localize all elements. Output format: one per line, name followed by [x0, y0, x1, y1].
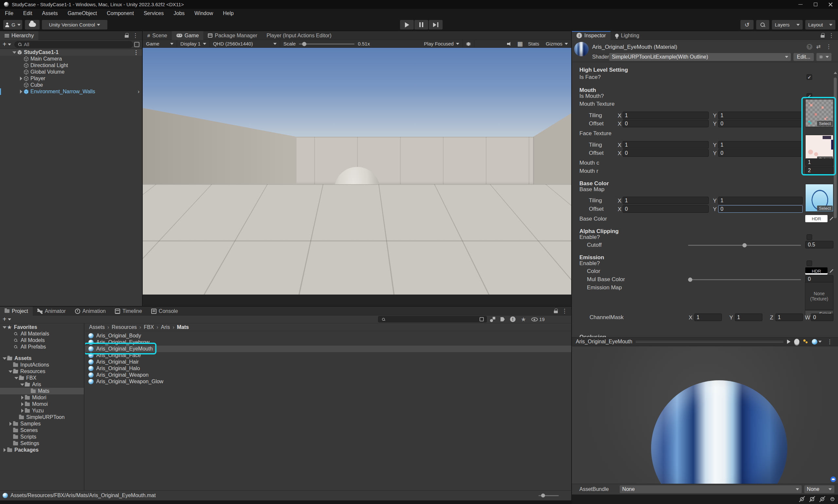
lock-icon[interactable] — [821, 33, 824, 38]
visibility-toggle[interactable]: 19 — [531, 317, 545, 322]
base-color-swatch[interactable]: HDR — [805, 215, 827, 222]
project-search-input[interactable] — [387, 317, 478, 322]
kebab-menu-icon[interactable]: ⋮ — [826, 32, 836, 39]
tab-player-input-actions-editor-[interactable]: Player (Input Actions Editor) — [262, 31, 336, 40]
expand-arrow-icon[interactable] — [20, 90, 22, 94]
filter-by-label-icon[interactable] — [500, 317, 505, 321]
breadcrumb-aris[interactable]: Aris — [161, 324, 170, 330]
burst-disabled-icon[interactable] — [809, 496, 816, 502]
menu-component[interactable]: Component — [102, 9, 139, 18]
preview-sphere-dropdown[interactable] — [812, 339, 822, 345]
tree-item-resources[interactable]: Resources — [0, 368, 84, 375]
expand-arrow-icon[interactable] — [4, 448, 6, 452]
kebab-menu-icon[interactable]: ⋮ — [131, 49, 141, 56]
base-map-select-button[interactable]: Select — [817, 205, 833, 211]
tree-item-samples[interactable]: Samples — [0, 420, 84, 427]
face-offset-x[interactable] — [623, 149, 709, 157]
is-mouth-checkbox[interactable]: ✓ — [806, 93, 812, 99]
display-dropdown[interactable]: Display 1 — [177, 40, 210, 48]
scene-picker-icon[interactable] — [134, 42, 140, 47]
shader-edit-button[interactable]: Edit... — [794, 53, 814, 61]
tab-package-manager[interactable]: Package Manager — [203, 31, 262, 40]
asset-variant-dropdown[interactable]: None — [804, 485, 834, 493]
emission-map-thumbnail[interactable]: None (Texture) — [805, 282, 834, 310]
expand-arrow-icon[interactable] — [21, 402, 23, 406]
search-button[interactable] — [756, 20, 769, 30]
shader-options-dropdown[interactable] — [816, 53, 832, 61]
cutoff-slider[interactable] — [688, 241, 801, 249]
tree-item-all-prefabs[interactable]: All Prefabs — [0, 344, 84, 350]
menu-edit[interactable]: Edit — [18, 9, 37, 18]
tab-game[interactable]: Game — [172, 31, 203, 40]
lock-icon[interactable] — [125, 33, 129, 38]
breadcrumb-assets[interactable]: Assets — [89, 324, 105, 330]
alert-filter-icon[interactable]: ! — [510, 317, 516, 322]
file-aris-original-face[interactable]: Aris_Original_Face — [85, 352, 571, 359]
hierarchy-scene-row[interactable]: StudyCase1-1 ⋮ — [0, 49, 142, 56]
file-aris-original-body[interactable]: Aris_Original_Body — [85, 332, 571, 339]
breadcrumb-fbx[interactable]: FBX — [144, 324, 154, 330]
tree-item-assets[interactable]: Assets — [0, 355, 84, 362]
hierarchy-item-cube[interactable]: Cube — [0, 82, 142, 88]
tab-hierarchy[interactable]: Hierarchy — [0, 31, 38, 40]
tree-item-scripts[interactable]: Scripts — [0, 434, 84, 440]
material-preview-area[interactable] — [572, 346, 838, 484]
channel-mask-y[interactable] — [735, 313, 762, 321]
scroll-up-icon[interactable] — [834, 72, 837, 74]
expand-arrow-icon[interactable] — [21, 396, 23, 400]
collapse-arrow-icon[interactable] — [20, 383, 24, 386]
emission-color-swatch[interactable]: HDR — [805, 267, 827, 274]
chevron-down-icon[interactable] — [8, 43, 11, 46]
hierarchy-item-main-camera[interactable]: Main Camera — [0, 56, 142, 62]
mouth-offset-y[interactable] — [718, 120, 803, 127]
channel-mask-w[interactable] — [811, 313, 834, 321]
preview-lighting-icon[interactable] — [803, 339, 808, 345]
menu-services[interactable]: Services — [139, 9, 168, 18]
alpha-enable-checkbox[interactable] — [806, 234, 812, 240]
tab-animator[interactable]: Animator — [33, 307, 70, 316]
tree-item-midori[interactable]: Midori — [0, 394, 84, 401]
vsync-grid-icon[interactable]: ▦ — [515, 40, 525, 48]
chevron-down-icon[interactable] — [8, 319, 11, 320]
breadcrumb-resources[interactable]: Resources — [112, 324, 137, 330]
expand-arrow-icon[interactable] — [10, 422, 12, 426]
undo-history-button[interactable]: ↺ — [741, 20, 753, 30]
hierarchy-item-environment-narrow-walls[interactable]: Environment_Narrow_Walls› — [0, 88, 142, 95]
preview-header[interactable]: Aris_Original_EyeMouth ⋮ — [572, 337, 838, 346]
chevron-right-icon[interactable]: › — [138, 89, 140, 94]
face-tiling-y[interactable] — [718, 141, 803, 148]
base-offset-y[interactable] — [718, 205, 803, 213]
tree-item-aris[interactable]: Aris — [0, 381, 84, 388]
file-aris-original-weapon[interactable]: Aris_Original_Weapon — [85, 372, 571, 378]
layers-dropdown[interactable]: Layers — [772, 20, 803, 30]
collapse-arrow-icon[interactable] — [14, 377, 18, 379]
expand-arrow-icon[interactable] — [21, 409, 23, 413]
mouth-offset-x[interactable] — [623, 120, 709, 127]
mouth-r-field[interactable]: 2 — [805, 166, 834, 174]
collapse-arrow-icon[interactable] — [13, 51, 16, 54]
account-button[interactable]: G — [3, 20, 22, 30]
help-icon[interactable]: ? — [806, 44, 813, 50]
shader-dropdown[interactable]: SimpleURPToonLitExample(With Outline) — [609, 53, 791, 61]
tab-timeline[interactable]: Timeline — [110, 307, 147, 316]
expand-arrow-icon[interactable] — [20, 76, 22, 80]
tab-project[interactable]: Project — [0, 307, 33, 316]
expand-search-icon[interactable] — [480, 317, 484, 321]
tree-item-all-models[interactable]: All Models — [0, 337, 84, 344]
base-tiling-y[interactable] — [718, 197, 803, 204]
game-mode-dropdown[interactable]: Game — [143, 40, 177, 48]
kebab-menu-icon[interactable]: ⋮ — [825, 338, 834, 345]
channel-mask-z[interactable] — [775, 313, 803, 321]
inspector-scrollbar[interactable] — [834, 71, 837, 365]
filter-by-type-icon[interactable] — [490, 317, 495, 322]
tab-scene[interactable]: #Scene — [143, 31, 172, 40]
play-button[interactable] — [400, 20, 414, 30]
cloud-button[interactable] — [25, 20, 40, 30]
game-render-area[interactable] — [143, 48, 571, 294]
is-face-checkbox[interactable]: ✓ — [806, 74, 812, 80]
stats-toggle[interactable]: Stats — [525, 40, 542, 48]
debugger-disabled-icon[interactable] — [799, 496, 805, 502]
thumbnail-zoom-slider[interactable] — [538, 495, 559, 496]
hierarchy-item-global-volume[interactable]: Global Volume — [0, 69, 142, 75]
favorites-filter-icon[interactable]: ★ — [521, 316, 526, 323]
